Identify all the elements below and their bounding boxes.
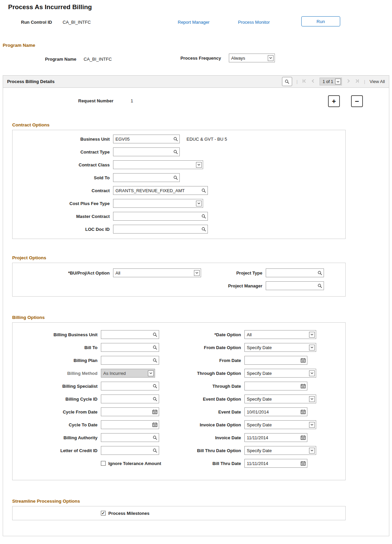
left-column: *BU/Proj/Act Option All [13,268,201,277]
billing-specialist-input[interactable] [101,382,159,390]
lookup-icon[interactable] [201,188,206,193]
master-contract-input[interactable] [113,212,208,220]
letter-of-credit-id-field [101,446,159,455]
calendar-icon[interactable] [301,384,306,389]
lookup-icon[interactable] [152,435,157,440]
cycle-to-date-label: Cycle To Date [13,422,101,427]
billing-cycle-id-input[interactable] [101,395,159,403]
lookup-icon[interactable] [152,345,157,350]
business-unit-input[interactable] [113,135,179,143]
form-row: Project Manager [13,281,345,290]
calendar-icon[interactable] [301,409,306,415]
find-button[interactable] [282,77,292,86]
invoice-date-option-selected-value: Specify Date [247,422,272,427]
process-billing-details-body: Request Number 1 + − Contract Options Bu… [3,95,389,536]
business-unit-description: EDUC & GVT - BU 5 [187,137,227,142]
view-all-link[interactable]: View All [370,79,385,84]
from-date-option-select[interactable]: Specify Date [244,343,316,352]
chevron-down-icon [309,332,315,338]
row-counter[interactable]: 1 of 1 [320,78,342,85]
billing-cycle-id-field [101,395,159,403]
form-row: Contract Type [13,147,345,156]
date-option-selected-value: All [247,332,252,337]
lookup-icon[interactable] [173,149,178,155]
next-row-icon[interactable] [346,79,351,84]
cycle-from-date-input[interactable] [101,408,159,416]
bill-to-input[interactable] [101,343,159,351]
calendar-icon[interactable] [301,358,306,363]
through-date-option-select[interactable]: Specify Date [244,369,316,378]
through-date-input[interactable] [245,382,307,390]
chevron-down-icon [148,370,154,376]
process-monitor-link[interactable]: Process Monitor [238,20,270,25]
billing-authority-input[interactable] [101,434,159,442]
project-type-input[interactable] [266,269,324,277]
calendar-icon[interactable] [301,435,306,440]
lookup-icon[interactable] [201,227,206,232]
event-date-field [244,407,307,416]
lookup-icon[interactable] [173,137,178,142]
previous-row-icon[interactable] [311,79,315,84]
bill-thru-date-option-select[interactable]: Specify Date [244,446,316,455]
event-date-label: Event Date [159,409,244,415]
calendar-icon[interactable] [152,409,157,415]
business-unit-label: Business Unit [13,137,113,142]
calendar-icon[interactable] [152,422,157,427]
cycle-to-date-input[interactable] [101,421,159,429]
first-row-icon[interactable] [302,79,306,84]
ignore-tolerance-amount-checkbox[interactable] [101,461,106,466]
contract-input[interactable] [113,186,208,195]
chevron-down-icon [194,270,200,276]
event-date-input[interactable] [245,408,307,416]
billing-business-unit-input[interactable] [101,330,159,339]
lookup-icon[interactable] [173,175,178,180]
lookup-icon[interactable] [201,214,206,219]
program-name-label: Program Name [45,57,76,62]
process-frequency-select[interactable]: Always [229,54,275,62]
project-type-label: Project Type [201,270,266,276]
project-options-section: Project Options *BU/Proj/Act Option All … [12,255,346,297]
project-manager-field [266,281,324,290]
process-as-incurred-billing-page: Process As Incurred Billing Run Control … [0,3,392,544]
process-milestones-checkbox[interactable] [101,511,106,516]
loc-doc-id-input[interactable] [113,225,208,233]
bill-thru-date-input[interactable] [245,459,307,467]
cost-plus-fee-type-select[interactable] [113,199,203,208]
add-row-button[interactable]: + [328,95,340,107]
event-date-option-select[interactable]: Specify Date [244,395,316,403]
lookup-icon[interactable] [152,358,157,363]
left-column: Billing Plan [13,356,159,365]
lookup-icon[interactable] [317,270,322,276]
project-manager-input[interactable] [266,282,324,290]
left-column: Billing Specialist [13,382,159,390]
invoice-date-field [244,433,307,442]
bill-thru-date-field [244,459,307,468]
calendar-icon[interactable] [301,461,306,466]
contract-type-field [113,147,180,156]
billing-specialist-label: Billing Specialist [13,384,101,389]
run-button[interactable]: Run [301,16,340,26]
invoice-date-input[interactable] [245,434,307,442]
billing-plan-input[interactable] [101,356,159,364]
right-column: Event Date [159,407,345,416]
contract-class-select[interactable] [113,160,203,169]
lookup-icon[interactable] [152,332,157,337]
streamline-processing-options-section: Streamline Processing Options Process Mi… [12,499,346,520]
through-date-label: Through Date [159,384,244,389]
event-date-option-selected-value: Specify Date [247,397,272,402]
contract-type-input[interactable] [113,148,179,156]
last-row-icon[interactable] [355,79,360,84]
bu-proj-act-option-select[interactable]: All [113,268,201,277]
report-manager-link[interactable]: Report Manager [178,20,210,25]
lookup-icon[interactable] [152,397,157,402]
from-date-input[interactable] [245,356,307,364]
lookup-icon[interactable] [152,384,157,389]
lookup-icon[interactable] [152,448,157,453]
delete-row-button[interactable]: − [351,95,363,107]
date-option-select[interactable]: All [244,330,316,339]
sold-to-input[interactable] [113,174,179,182]
letter-of-credit-id-input[interactable] [101,446,159,455]
invoice-date-option-select[interactable]: Specify Date [244,420,316,429]
lookup-icon[interactable] [317,283,322,288]
streamline-processing-options-box: Process Milestones [12,506,346,520]
